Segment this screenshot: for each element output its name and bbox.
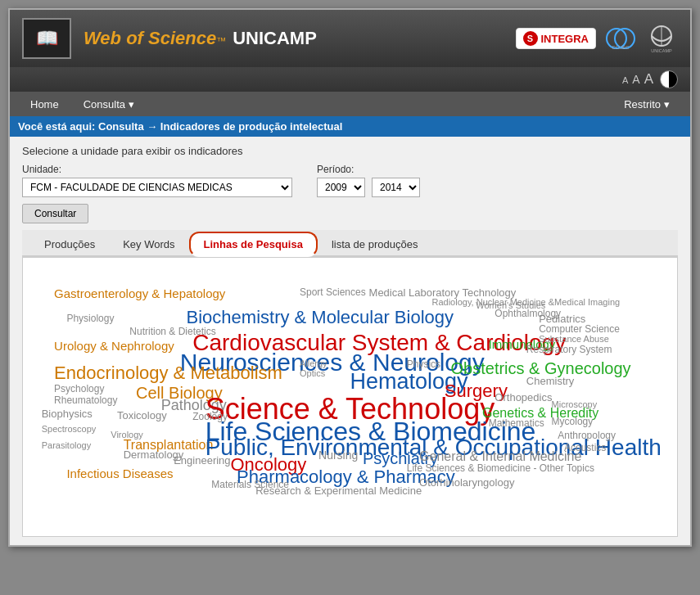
header-title: Web of Science ™ UNICAMP xyxy=(84,28,317,49)
word-cloud-item: Anthropology xyxy=(558,430,616,441)
svg-text:UNICAMP: UNICAMP xyxy=(651,48,672,53)
font-size-controls: A A A xyxy=(622,71,653,88)
word-cloud-item: Radiology, Nuclear Medicine &Medical Ima… xyxy=(431,297,620,308)
nav-bar: Home Consulta ▾ Restrito ▾ xyxy=(10,92,690,116)
word-cloud-item: Chemistry xyxy=(526,375,575,388)
wos-trademark: ™ xyxy=(216,35,226,47)
font-med-btn[interactable]: A xyxy=(632,73,639,86)
unicamp-logo: UNICAMP xyxy=(645,25,678,53)
word-cloud-item: Orthopedics xyxy=(495,391,552,404)
svg-text:CCUEC: CCUEC xyxy=(612,45,630,50)
consultar-button[interactable]: Consultar xyxy=(22,204,88,223)
word-cloud-item: Life Sciences & Biomedicine - Other Topi… xyxy=(407,462,594,474)
word-cloud-item: Nursing xyxy=(318,449,358,462)
nav-consulta-arrow: ▾ xyxy=(129,98,134,110)
word-cloud-item: Research & Experimental Medicine xyxy=(255,485,422,498)
word-cloud-item: Mathematics xyxy=(489,417,544,429)
integra-s-icon: S xyxy=(523,31,538,46)
main-wrapper: 📖 Web of Science ™ UNICAMP S INTEGRA CCU… xyxy=(8,8,692,547)
section-title: Selecione a unidade para exibir os indic… xyxy=(22,145,678,157)
tab-lista[interactable]: lista de produções xyxy=(318,232,432,255)
word-cloud-item: Psychology xyxy=(54,383,104,394)
word-cloud-item: Sport Sciences xyxy=(300,286,366,298)
tab-linhas[interactable]: Linhas de Pesquisa xyxy=(189,232,318,257)
unidade-group: Unidade: FCM - FACULDADE DE CIENCIAS MED… xyxy=(22,164,292,197)
wordcloud-area: Gastroenterology & HepatologyWomen's Stu… xyxy=(22,257,678,537)
word-cloud-item: Toxicology xyxy=(117,409,167,422)
periodo-label: Período: xyxy=(317,164,420,175)
nav-consulta[interactable]: Consulta ▾ xyxy=(71,92,147,116)
unidade-label: Unidade: xyxy=(22,164,292,175)
word-cloud-item: Biochemistry & Molecular Biology xyxy=(187,307,454,328)
ccuec-logo: CCUEC xyxy=(604,26,637,51)
word-cloud-item: Endocrinology & Metabolism xyxy=(54,363,282,384)
word-cloud-item: Ophthalmology xyxy=(495,308,561,319)
word-cloud-item: Optics xyxy=(300,368,325,379)
font-large-btn[interactable]: A xyxy=(644,71,653,88)
word-cloud-item: Spectroscopy xyxy=(42,424,97,435)
word-cloud-item: Rheumatology xyxy=(54,394,117,406)
tab-producoes[interactable]: Produções xyxy=(30,232,109,255)
header-left: 📖 Web of Science ™ UNICAMP xyxy=(22,18,317,59)
tabs-bar: Produções Key Words Linhas de Pesquisa l… xyxy=(22,230,678,257)
book-logo: 📖 xyxy=(22,18,71,59)
word-cloud-item: Respiratory System xyxy=(526,344,612,355)
tab-keywords[interactable]: Key Words xyxy=(109,232,188,255)
word-cloud: Gastroenterology & HepatologyWomen's Stu… xyxy=(35,270,665,524)
form-row: Unidade: FCM - FACULDADE DE CIENCIAS MED… xyxy=(22,164,678,197)
breadcrumb: Você está aqui: Consulta → Indicadores d… xyxy=(10,116,690,137)
wos-title: Web of Science xyxy=(84,28,216,49)
nav-home[interactable]: Home xyxy=(18,92,71,116)
header: 📖 Web of Science ™ UNICAMP S INTEGRA CCU… xyxy=(10,10,690,67)
word-cloud-item: Biophysics xyxy=(42,408,93,421)
content-area: Selecione a unidade para exibir os indic… xyxy=(10,137,690,545)
nav-restrito-arrow: ▾ xyxy=(664,98,670,110)
periodo-row: 2009 2014 xyxy=(317,178,420,197)
periodo-group: Período: 2009 2014 xyxy=(317,164,420,197)
periodo-from-select[interactable]: 2009 xyxy=(317,178,365,197)
word-cloud-item: Physiology xyxy=(66,313,114,324)
integra-badge: S INTEGRA xyxy=(516,28,597,49)
word-cloud-item: Otorhinolaryngology xyxy=(419,476,514,489)
font-small-btn[interactable]: A xyxy=(622,75,628,85)
integra-label: INTEGRA xyxy=(541,33,589,45)
nav-restrito[interactable]: Restrito ▾ xyxy=(612,92,682,116)
word-cloud-item: Urology & Nephrology xyxy=(54,339,174,354)
contrast-toggle[interactable] xyxy=(660,70,678,88)
header-right: S INTEGRA CCUEC UNICAMP xyxy=(516,25,679,53)
accessibility-bar: A A A xyxy=(10,67,690,92)
periodo-to-select[interactable]: 2014 xyxy=(372,178,420,197)
word-cloud-item: Mycology xyxy=(552,416,594,427)
word-cloud-item: Gastroenterology & Hepatology xyxy=(54,286,225,301)
unicamp-title: UNICAMP xyxy=(233,28,317,49)
unidade-select[interactable]: FCM - FACULDADE DE CIENCIAS MEDICAS xyxy=(22,178,292,197)
word-cloud-item: Infectious Diseases xyxy=(66,467,173,481)
word-cloud-item: Parasitology xyxy=(42,440,92,451)
word-cloud-item: Engineering xyxy=(174,454,230,467)
